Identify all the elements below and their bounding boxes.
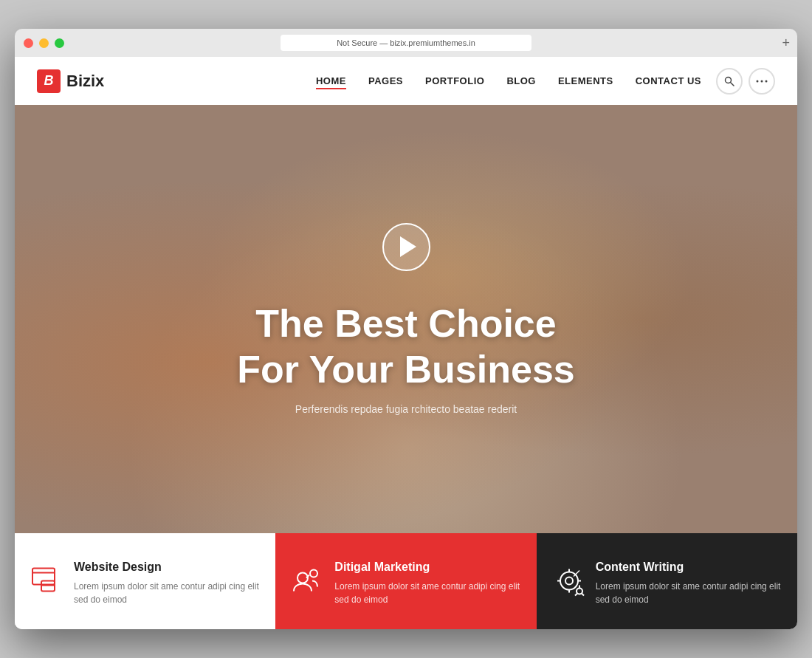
service-card-website: Website Design Lorem ipsum dolor sit ame… (15, 533, 275, 629)
navbar: B Bizix HOME PAGES PORTFOLIO BLOG ELEMEN… (15, 57, 797, 105)
nav-menu: HOME PAGES PORTFOLIO BLOG ELEMENTS CONTA… (316, 75, 701, 86)
search-button[interactable] (716, 68, 743, 95)
service-title-content: Content Writing (596, 561, 782, 574)
svg-line-46 (575, 594, 577, 596)
svg-line-47 (582, 594, 584, 596)
website-design-icon (31, 565, 64, 598)
hero-subtitle: Perferendis repdae fugia rchitecto beata… (295, 403, 517, 415)
service-desc-content: Lorem ipsum dolor sit ame contur adipi c… (596, 580, 782, 606)
new-tab-button[interactable]: + (782, 35, 790, 51)
service-title-website: Website Design (74, 561, 261, 574)
service-title-marketing: Ditigal Marketing (334, 561, 521, 574)
play-button[interactable] (382, 223, 430, 271)
service-card-marketing: Ditigal Marketing Lorem ipsum dolor sit … (275, 533, 536, 629)
svg-rect-30 (32, 569, 55, 585)
svg-point-4 (765, 80, 768, 82)
hero-title: The Best Choice For Your Business (237, 301, 575, 393)
digital-marketing-icon (292, 565, 325, 598)
more-button[interactable] (749, 68, 775, 95)
search-icon (724, 76, 734, 86)
nav-item-portfolio[interactable]: PORTFOLIO (425, 75, 484, 86)
nav-item-blog[interactable]: BLOG (506, 75, 536, 86)
play-icon (400, 236, 416, 257)
content-writing-icon (553, 565, 586, 598)
nav-item-home[interactable]: HOME (316, 75, 346, 86)
svg-line-1 (731, 82, 734, 86)
nav-item-contact[interactable]: CONTACT US (636, 75, 701, 86)
address-bar[interactable]: Not Secure — bizix.premiumthemes.in (281, 35, 531, 51)
nav-item-pages[interactable]: PAGES (368, 75, 403, 86)
address-bar-text: Not Secure — bizix.premiumthemes.in (337, 38, 475, 47)
mac-window: Not Secure — bizix.premiumthemes.in + B … (15, 29, 797, 629)
service-card-content: Content Writing Lorem ipsum dolor sit am… (537, 533, 797, 629)
services-section: Website Design Lorem ipsum dolor sit ame… (15, 533, 797, 629)
dots-icon (756, 79, 768, 83)
minimize-button[interactable] (39, 38, 49, 48)
logo-icon: B (37, 69, 61, 93)
svg-point-3 (761, 80, 763, 82)
nav-icons (716, 68, 775, 95)
nav-item-elements[interactable]: ELEMENTS (558, 75, 613, 86)
hero-content: The Best Choice For Your Business Perfer… (15, 105, 797, 533)
svg-point-38 (565, 578, 573, 585)
service-desc-marketing: Lorem ipsum dolor sit ame contur adipi c… (334, 580, 521, 606)
service-desc-website: Lorem ipsum dolor sit ame contur adipi c… (74, 580, 261, 606)
logo[interactable]: B Bizix (37, 69, 104, 93)
hero-section: The Best Choice For Your Business Perfer… (15, 105, 797, 533)
logo-text: Bizix (66, 72, 104, 91)
svg-point-2 (757, 80, 759, 82)
titlebar: Not Secure — bizix.premiumthemes.in + (15, 29, 797, 57)
svg-point-35 (310, 570, 317, 578)
svg-point-34 (297, 573, 308, 583)
svg-point-44 (577, 589, 582, 594)
website-content: B Bizix HOME PAGES PORTFOLIO BLOG ELEMEN… (15, 57, 797, 629)
maximize-button[interactable] (55, 38, 64, 48)
close-button[interactable] (24, 38, 33, 48)
